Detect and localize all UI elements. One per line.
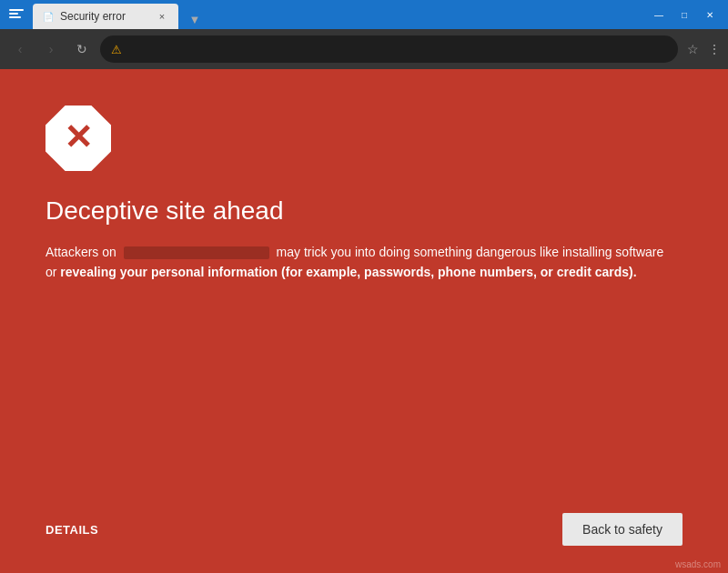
error-octagon-icon: ✕ <box>46 106 111 171</box>
back-button[interactable]: ‹ <box>7 36 33 62</box>
browser-menu-icon[interactable]: ⋮ <box>708 42 721 56</box>
error-description: Attackers on may trick you into doing so… <box>46 242 664 283</box>
bookmark-icon[interactable]: ☆ <box>687 42 699 56</box>
warning-icon: ⚠ <box>111 43 122 56</box>
title-bar: 📄 Security error × ▼ — □ ✕ <box>0 0 728 29</box>
window-controls: — □ ✕ <box>648 7 721 22</box>
watermark: wsads.com <box>675 559 721 569</box>
svg-rect-0 <box>9 9 24 11</box>
address-bar-input-wrap[interactable]: ⚠ <box>100 35 678 63</box>
details-link[interactable]: DETAILS <box>46 523 98 537</box>
forward-button[interactable]: › <box>38 36 64 62</box>
action-bar: DETAILS Back to safety <box>46 513 682 546</box>
tab-security-error[interactable]: 📄 Security error × <box>33 4 178 29</box>
back-to-safety-button[interactable]: Back to safety <box>562 513 682 546</box>
description-prefix: Attackers on <box>46 245 116 259</box>
description-bold: revealing your personal information (for… <box>60 265 636 279</box>
close-window-button[interactable]: ✕ <box>699 7 721 22</box>
svg-rect-2 <box>9 16 21 18</box>
maximize-button[interactable]: □ <box>673 7 695 22</box>
tab-close-button[interactable]: × <box>155 9 169 24</box>
tab-title: Security error <box>60 10 126 23</box>
error-page: ✕ Deceptive site ahead Attackers on may … <box>0 69 728 573</box>
reload-button[interactable]: ↻ <box>69 36 95 62</box>
error-title: Deceptive site ahead <box>46 196 682 226</box>
browser-icon <box>7 5 25 24</box>
x-mark-icon: ✕ <box>64 120 93 155</box>
url-redacted <box>124 246 269 259</box>
svg-rect-1 <box>9 13 18 15</box>
minimize-button[interactable]: — <box>648 7 670 22</box>
address-bar: ‹ › ↻ ⚠ ☆ ⋮ <box>0 29 728 69</box>
error-icon-wrapper: ✕ <box>46 106 682 171</box>
tab-area: 📄 Security error × ▼ <box>33 0 641 29</box>
tab-favicon: 📄 <box>42 10 55 23</box>
new-tab-button[interactable]: ▼ <box>182 9 207 29</box>
